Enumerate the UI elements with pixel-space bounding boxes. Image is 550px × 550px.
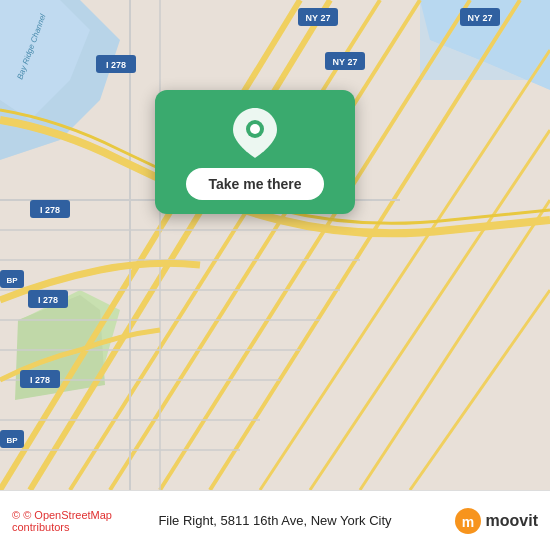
svg-text:BP: BP — [6, 276, 18, 285]
attribution-label: © OpenStreetMap contributors — [12, 509, 112, 533]
svg-text:NY 27: NY 27 — [306, 13, 331, 23]
svg-point-48 — [250, 124, 260, 134]
take-me-there-button[interactable]: Take me there — [186, 168, 323, 200]
svg-text:I 278: I 278 — [38, 295, 58, 305]
map-background: I 278 I 278 I 278 I 278 NY 27 NY 27 NY 2… — [0, 0, 550, 490]
bottom-bar: © © OpenStreetMap contributors File Righ… — [0, 490, 550, 550]
attribution-text: © © OpenStreetMap contributors — [12, 509, 144, 533]
svg-text:I 278: I 278 — [106, 60, 126, 70]
svg-text:I 278: I 278 — [30, 375, 50, 385]
moovit-logo: m moovit — [407, 507, 539, 535]
location-card: Take me there — [155, 90, 355, 214]
location-pin-icon — [233, 108, 277, 158]
svg-text:BP: BP — [6, 436, 18, 445]
svg-text:NY 27: NY 27 — [468, 13, 493, 23]
map-container: I 278 I 278 I 278 I 278 NY 27 NY 27 NY 2… — [0, 0, 550, 490]
moovit-brand-text: moovit — [486, 512, 538, 530]
address-text: File Right, 5811 16th Ave, New York City — [144, 513, 407, 528]
svg-text:NY 27: NY 27 — [333, 57, 358, 67]
copyright-symbol: © — [12, 509, 20, 521]
moovit-icon: m — [454, 507, 482, 535]
svg-text:m: m — [461, 514, 473, 530]
svg-text:I 278: I 278 — [40, 205, 60, 215]
